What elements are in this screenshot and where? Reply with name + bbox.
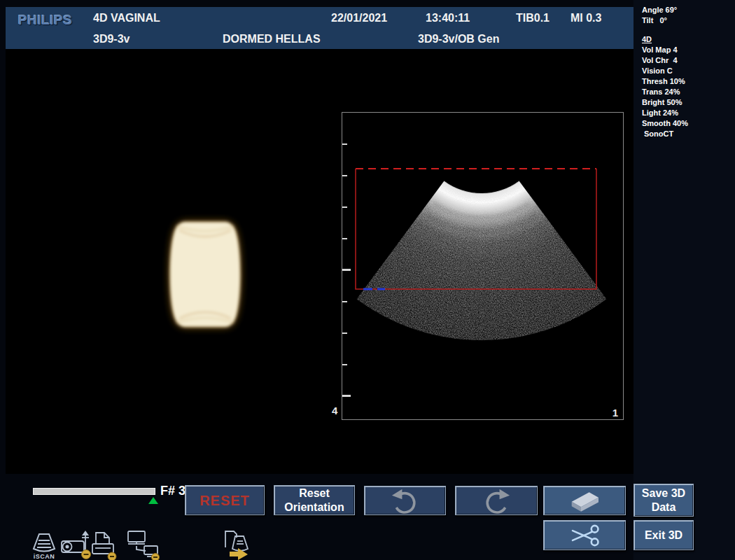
param-light: Light 24%: [642, 108, 678, 117]
param-thresh: Thresh 10%: [642, 77, 685, 85]
exam-type: 4D VAGINAL: [93, 12, 160, 24]
video-printer-button[interactable]: [59, 529, 94, 560]
export-volume-icon: [220, 529, 252, 560]
preset-name: 3D9-3v/OB Gen: [418, 33, 499, 46]
rotate-left-icon: [386, 486, 425, 514]
frame-number-left: 4: [332, 405, 337, 416]
param-smooth: Smooth 40%: [642, 119, 688, 127]
network-storage-icon: [126, 529, 161, 560]
frame-slider[interactable]: [33, 488, 155, 495]
rotate-left-button[interactable]: [364, 486, 446, 515]
param-sonoct: SonoCT: [644, 130, 673, 138]
angle-value: Angle 69°: [642, 6, 677, 14]
probe-name: 3D9-3v: [93, 33, 130, 46]
iscan-label: iSCAN: [34, 553, 55, 560]
scissors-icon: [564, 522, 606, 550]
mi-value: MI 0.3: [570, 12, 601, 24]
export-volume-button[interactable]: [220, 529, 252, 560]
exam-date: 22/01/2021: [331, 12, 387, 24]
tib-value: TIB0.1: [516, 12, 550, 24]
exit-3d-button[interactable]: Exit 3D: [634, 520, 694, 550]
save-3d-data-button[interactable]: Save 3D Data: [634, 484, 694, 517]
param-bright: Bright 50%: [642, 98, 682, 106]
iscan-probe-icon: [31, 533, 57, 552]
ultrasound-screen: PHILIPS 4D VAGINAL 22/01/2021 13:40:11 T…: [0, 0, 735, 560]
paper-printer-icon: [90, 531, 119, 560]
param-trans: Trans 24%: [642, 88, 680, 96]
frame-number-right: 1: [612, 407, 618, 419]
header-bar: PHILIPS 4D VAGINAL 22/01/2021 13:40:11 T…: [6, 7, 634, 49]
eraser-button[interactable]: [543, 486, 626, 515]
b-mode-image: [342, 113, 623, 419]
eraser-icon: [561, 486, 608, 514]
slider-marker[interactable]: [148, 497, 158, 504]
param-vision: Vision C: [642, 66, 673, 75]
iscan-button[interactable]: iSCAN: [31, 533, 57, 560]
reset-orientation-button[interactable]: Reset Orientation: [274, 485, 355, 515]
cut-button[interactable]: [543, 520, 626, 550]
paper-printer-button[interactable]: [90, 531, 119, 560]
rotate-right-button[interactable]: [455, 486, 538, 515]
mode-label: 4D: [642, 35, 652, 43]
reset-button[interactable]: RESET: [185, 485, 265, 515]
rotate-right-icon: [477, 486, 516, 514]
philips-logo: PHILIPS: [18, 13, 72, 28]
tilt-value: Tilt 0°: [642, 16, 667, 24]
network-storage-button[interactable]: [126, 529, 161, 560]
param-vol-chr: Vol Chr 4: [642, 56, 678, 64]
video-printer-icon: [59, 529, 94, 560]
institution-name: DORMED HELLAS: [223, 33, 321, 46]
depth-ruler: [342, 144, 351, 397]
b-mode-frame: 1: [342, 112, 624, 420]
3d-volume-render: [153, 206, 258, 340]
exam-time: 13:40:11: [426, 12, 470, 24]
parameter-sidebar: Angle 69° Tilt 0° 4D Vol Map 4 Vol Chr 4…: [634, 0, 735, 560]
image-viewport: 1 4: [6, 49, 634, 474]
param-vol-map: Vol Map 4: [642, 46, 678, 54]
